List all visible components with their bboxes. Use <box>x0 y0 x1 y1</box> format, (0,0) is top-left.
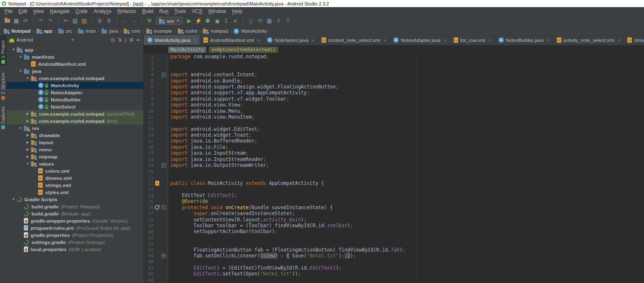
menu-refactor[interactable]: Refactor <box>114 8 139 14</box>
cut-button[interactable]: ✂ <box>61 17 70 25</box>
sdk-manager-button[interactable]: ⇩ <box>274 17 283 25</box>
settings-icon[interactable]: ⚙ <box>129 37 134 43</box>
tree-row[interactable]: ▶mipmap <box>7 153 143 160</box>
tree-expand-icon[interactable]: ▼ <box>24 162 31 166</box>
fold-toggle[interactable]: − <box>161 205 166 210</box>
tree-row[interactable]: styles.xml <box>7 189 143 196</box>
back-button[interactable]: ← <box>120 17 129 25</box>
tree-expand-icon[interactable]: ▼ <box>24 76 31 80</box>
editor-tab-activity_note_select.xml[interactable]: activity_note_select.xml× <box>553 35 624 45</box>
close-icon[interactable]: × <box>312 38 314 43</box>
tree-row[interactable]: gradle.properties(Project Properties) <box>7 231 143 239</box>
undo-button[interactable]: ↶ <box>36 17 46 25</box>
breadcrumb-item-java[interactable]: java <box>101 29 118 34</box>
fold-collapse-icon[interactable]: − <box>161 73 166 77</box>
tree-row[interactable]: strings.xml <box>7 182 143 189</box>
breadcrumb-item-mainactivity[interactable]: MainActivity <box>233 29 267 34</box>
menu-vcs[interactable]: VCS <box>189 8 205 14</box>
tree-expand-icon[interactable]: ▼ <box>17 126 24 130</box>
tree-row[interactable]: ▼java <box>7 68 143 75</box>
help-button[interactable]: ? <box>283 17 292 25</box>
synchronize-button[interactable]: ⟳ <box>21 17 30 25</box>
editor-tab-mainactivity.java[interactable]: MainActivity.java× <box>144 35 200 45</box>
tree-row[interactable]: build.gradle(Module: app) <box>7 210 143 217</box>
tree-row[interactable]: ▶com.example.rushd.notepad(test) <box>7 117 143 125</box>
profile-button[interactable]: ▮▮ <box>212 17 221 25</box>
editor-tab-androidmanifest.xml[interactable]: AndroidManifest.xml× <box>200 35 264 45</box>
fold-collapse-icon[interactable]: − <box>161 163 166 168</box>
chevron-down-icon[interactable]: ▼ <box>71 38 75 42</box>
tool-window-button-project[interactable]: 1: Project <box>0 35 6 65</box>
tree-collapse-icon[interactable]: ▶ <box>24 140 31 144</box>
menu-build[interactable]: Build <box>139 8 156 14</box>
redo-button[interactable]: ↷ <box>46 17 55 25</box>
tree-collapse-icon[interactable]: ▶ <box>24 148 31 151</box>
tool-window-button-captures[interactable]: Captures <box>0 103 6 131</box>
paste-button[interactable]: ▨ <box>80 17 89 25</box>
close-icon[interactable]: × <box>257 38 260 43</box>
tree-row[interactable]: NoteSelect <box>7 103 143 110</box>
make-project-button[interactable]: ⚒ <box>145 17 154 25</box>
tree-expand-icon[interactable]: ▼ <box>17 55 24 59</box>
breadcrumb-item-notepad[interactable]: Notepad <box>3 29 31 34</box>
find-button[interactable]: ⚲ <box>95 17 104 25</box>
tree-row[interactable]: ▼app <box>7 46 143 53</box>
forward-button[interactable]: → <box>129 17 138 25</box>
tree-row[interactable]: ▶menu <box>7 146 143 153</box>
fold-collapse-icon[interactable]: − <box>161 205 166 210</box>
menu-analyze[interactable]: Analyze <box>91 8 114 14</box>
stop-button[interactable]: ■ <box>231 17 240 25</box>
avd-manager-button[interactable]: ▯ <box>246 17 255 25</box>
locate-icon[interactable]: ◎ <box>111 37 115 43</box>
tree-row[interactable]: ▼com.example.rushd.notepad <box>7 75 143 82</box>
editor-tab-noteselect.java[interactable]: NoteSelect.java× <box>264 35 318 45</box>
menu-help[interactable]: Help <box>229 8 245 14</box>
editor-tab-notesadapter.java[interactable]: NotesAdapter.java× <box>390 35 450 45</box>
menu-window[interactable]: Window <box>205 8 229 14</box>
tree-row[interactable]: ▼res <box>7 125 143 132</box>
editor-code-area[interactable]: 1package com.example.rushd.notepad;234−i… <box>144 54 644 283</box>
tree-row[interactable]: NotesAdapter <box>7 89 143 96</box>
tree-row[interactable]: ▶layout <box>7 139 143 146</box>
project-structure-button[interactable]: ▦ <box>265 17 274 25</box>
tree-collapse-icon[interactable]: ▶ <box>24 155 31 158</box>
menu-run[interactable]: Run <box>156 8 171 14</box>
tool-window-button-structure[interactable]: 2: Structure <box>0 69 6 101</box>
close-icon[interactable]: × <box>384 38 386 43</box>
breadcrumb-item-src[interactable]: src <box>58 29 73 34</box>
tree-row[interactable]: MainActivity <box>7 82 143 89</box>
tree-row[interactable]: gradle-wrapper.properties(Gradle Version… <box>7 217 143 224</box>
attach-debugger-button[interactable]: ↧ <box>221 17 231 25</box>
save-all-button[interactable]: ▦ <box>12 17 21 25</box>
tree-row[interactable]: proguard-rules.pro(ProGuard Rules for ap… <box>7 224 143 231</box>
fold-toggle[interactable]: − <box>161 73 166 77</box>
replace-button[interactable]: ⚲ <box>104 17 114 25</box>
close-icon[interactable]: × <box>618 38 620 43</box>
fold-toggle[interactable]: + <box>161 254 166 258</box>
tree-row[interactable]: build.gradle(Project: Notepad) <box>7 203 143 210</box>
breadcrumb-item-rushd[interactable]: rushd <box>177 29 198 34</box>
tree-row[interactable]: NotesBuilder <box>7 96 143 103</box>
tree-collapse-icon[interactable]: ▶ <box>24 112 31 116</box>
editor-tab-list_row.xml[interactable]: list_row.xml× <box>450 35 495 45</box>
tree-collapse-icon[interactable]: ▶ <box>24 133 31 137</box>
breadcrumb-item-notepad[interactable]: notepad <box>203 29 229 34</box>
tree-row[interactable]: ▼values <box>7 160 143 167</box>
close-icon[interactable]: × <box>444 38 446 43</box>
copy-button[interactable]: ▤ <box>70 17 80 25</box>
tree-expand-icon[interactable]: ▼ <box>17 69 24 73</box>
tree-expand-icon[interactable]: ▼ <box>10 197 17 201</box>
open-button[interactable] <box>3 17 12 25</box>
tree-row[interactable]: ▶com.example.rushd.notepad(androidTest) <box>7 110 143 117</box>
tree-row[interactable]: AndroidManifest.xml <box>7 60 143 68</box>
tree-expand-icon[interactable]: ▼ <box>10 48 17 52</box>
editor-tab-strings.xml[interactable]: strings.xml× <box>624 35 644 45</box>
run-configuration-selector[interactable]: app▼ <box>156 17 182 25</box>
breadcrumb-item-com[interactable]: com <box>123 29 141 34</box>
run-button[interactable]: ▶ <box>184 17 194 25</box>
breadcrumb-item-example[interactable]: example <box>146 29 172 34</box>
editor-tab-content_note_select.xml[interactable]: content_note_select.xml× <box>318 35 390 45</box>
menu-file[interactable]: File <box>2 8 16 14</box>
menu-view[interactable]: View <box>30 8 47 14</box>
collapse-all-icon[interactable]: ⇅ <box>118 37 122 43</box>
